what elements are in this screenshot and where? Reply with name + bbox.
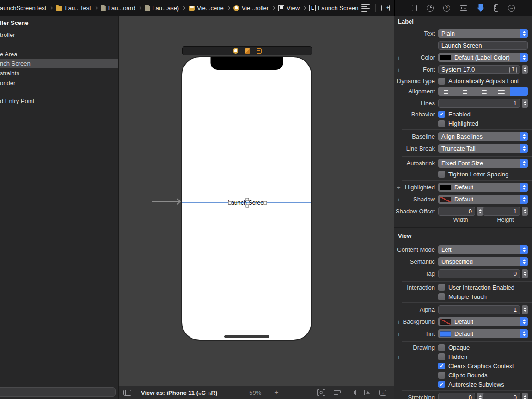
shadow-color-popup[interactable]: Default bbox=[438, 195, 528, 204]
breadcrumb-group[interactable]: Lau...Test bbox=[56, 5, 91, 12]
first-responder-icon[interactable] bbox=[245, 48, 250, 54]
history-inspector-icon[interactable] bbox=[427, 5, 434, 12]
lines-stepper[interactable] bbox=[522, 99, 528, 108]
add-variation-button[interactable]: + bbox=[397, 318, 401, 325]
breadcrumb-file[interactable]: Lau...oard bbox=[101, 5, 135, 12]
outline-item-scene[interactable]: ller Scene bbox=[0, 18, 28, 28]
outline-item-controller[interactable]: troller bbox=[0, 30, 15, 40]
outline-item-first-responder[interactable]: onder bbox=[0, 79, 15, 88]
view-controller-icon[interactable] bbox=[233, 48, 238, 54]
resolve-autolayout-icon[interactable] bbox=[364, 390, 371, 395]
add-variation-button[interactable]: + bbox=[397, 184, 401, 191]
outline-item-safe-area[interactable]: e Area bbox=[0, 50, 18, 59]
outline-item-entry-point[interactable]: d Entry Point bbox=[0, 97, 34, 106]
alpha-stepper[interactable] bbox=[522, 305, 528, 314]
autoresize-subviews-checkbox[interactable] bbox=[438, 381, 445, 388]
breadcrumb-scene[interactable]: Vie...cene bbox=[189, 5, 224, 12]
align-justify-button[interactable] bbox=[492, 87, 510, 96]
divider bbox=[402, 180, 532, 181]
zoom-in-button[interactable]: + bbox=[274, 388, 278, 397]
hidden-checkbox[interactable] bbox=[438, 353, 445, 360]
outline-item-launch-screen[interactable]: nch Screen bbox=[0, 59, 31, 68]
tag-field[interactable]: 0 bbox=[438, 269, 520, 278]
outline-item-constraints[interactable]: straints bbox=[0, 69, 19, 78]
storyboard-entry-point-arrow[interactable] bbox=[152, 201, 180, 202]
alpha-field[interactable]: 1 bbox=[438, 305, 520, 314]
font-field[interactable]: System 17.0T bbox=[438, 65, 520, 74]
quick-help-inspector-icon[interactable] bbox=[443, 5, 450, 12]
stretch-y-stepper[interactable] bbox=[522, 393, 528, 399]
auto-adjusts-font-checkbox[interactable] bbox=[438, 78, 445, 85]
add-variation-button[interactable]: + bbox=[397, 330, 401, 337]
multiple-touch-checkbox[interactable] bbox=[438, 293, 445, 300]
outline-filter-field[interactable] bbox=[0, 387, 116, 397]
add-variation-button[interactable]: + bbox=[397, 196, 401, 203]
user-interaction-checkbox[interactable] bbox=[438, 284, 445, 291]
content-mode-popup[interactable]: Left bbox=[438, 245, 528, 254]
autoshrink-popup[interactable]: Fixed Font Size bbox=[438, 159, 528, 168]
add-variation-button[interactable]: + bbox=[397, 66, 401, 73]
add-variation-button[interactable]: + bbox=[397, 54, 401, 61]
font-size-stepper[interactable] bbox=[522, 65, 528, 74]
linebreak-popup[interactable]: Truncate Tail bbox=[438, 144, 528, 153]
highlighted-checkbox[interactable] bbox=[438, 120, 445, 127]
clears-graphics-checkbox[interactable] bbox=[438, 363, 445, 369]
device-bar-toggle-icon[interactable] bbox=[123, 390, 131, 396]
font-picker-button[interactable]: T bbox=[509, 66, 517, 73]
document-items-icon[interactable] bbox=[361, 4, 370, 12]
width-stepper[interactable] bbox=[477, 207, 483, 216]
height-stepper[interactable] bbox=[522, 207, 528, 216]
view-as-button[interactable]: View as: iPhone 11 (wC hR) bbox=[141, 389, 217, 396]
align-left-button[interactable] bbox=[438, 87, 456, 96]
attributes-inspector-icon[interactable] bbox=[477, 4, 484, 12]
update-frames-icon[interactable] bbox=[317, 389, 325, 396]
zoom-out-button[interactable]: — bbox=[230, 389, 237, 396]
highlighted-color-popup[interactable]: Default bbox=[438, 183, 528, 192]
selection-handle-right[interactable] bbox=[264, 201, 267, 205]
exit-segue-icon[interactable] bbox=[257, 48, 262, 54]
stretch-x-stepper[interactable] bbox=[477, 393, 483, 399]
text-label: Text bbox=[394, 30, 435, 37]
background-popup[interactable]: Default bbox=[438, 317, 528, 326]
add-editor-icon[interactable] bbox=[381, 5, 390, 11]
add-constraints-icon[interactable] bbox=[349, 390, 356, 395]
shadow-offset-height-field[interactable]: -1 bbox=[483, 207, 520, 216]
size-inspector-icon[interactable] bbox=[494, 4, 498, 12]
semantic-popup[interactable]: Unspecified bbox=[438, 257, 528, 266]
zoom-level[interactable]: 59% bbox=[249, 389, 261, 396]
stretch-y-field[interactable]: 0 bbox=[483, 393, 520, 399]
align-natural-button[interactable] bbox=[510, 87, 528, 96]
file-inspector-icon[interactable] bbox=[412, 5, 417, 11]
align-icon[interactable] bbox=[334, 390, 341, 395]
enabled-checkbox[interactable] bbox=[438, 111, 445, 118]
shadow-offset-width-field[interactable]: 0 bbox=[438, 207, 475, 216]
selection-handle-bottom[interactable] bbox=[246, 205, 249, 208]
text-style-popup[interactable]: Plain bbox=[438, 29, 528, 38]
align-right-button[interactable] bbox=[474, 87, 492, 96]
label-text-input[interactable]: Launch Screen bbox=[438, 41, 528, 50]
selection-handle-top[interactable] bbox=[246, 198, 249, 201]
breadcrumb-view[interactable]: View bbox=[278, 5, 300, 12]
identity-inspector-icon[interactable] bbox=[460, 5, 467, 11]
lines-field[interactable]: 1 bbox=[438, 99, 520, 108]
opaque-checkbox[interactable] bbox=[438, 344, 445, 351]
baseline-popup[interactable]: Align Baselines bbox=[438, 132, 528, 141]
clip-to-bounds-checkbox[interactable] bbox=[438, 372, 445, 379]
breadcrumb-project[interactable]: aunchScreenTest bbox=[0, 5, 46, 12]
selection-handle-left[interactable] bbox=[228, 201, 232, 205]
breadcrumb-file-base[interactable]: Lau...ase) bbox=[145, 5, 179, 12]
divider bbox=[402, 129, 532, 130]
embed-icon[interactable] bbox=[379, 390, 386, 396]
color-popup[interactable]: Default (Label Color) bbox=[438, 53, 528, 62]
tag-stepper[interactable] bbox=[522, 269, 528, 278]
breadcrumb-launch-screen-label[interactable]: LLaunch Screen bbox=[309, 5, 358, 12]
stretch-x-field[interactable]: 0 bbox=[438, 393, 475, 399]
breadcrumb-view-controller[interactable]: Vie...roller bbox=[233, 5, 269, 12]
tint-popup[interactable]: Default bbox=[438, 329, 528, 338]
align-center-button[interactable] bbox=[456, 87, 474, 96]
add-variation-button[interactable]: + bbox=[397, 353, 401, 360]
iphone-canvas[interactable]: Launch Screen bbox=[181, 56, 312, 341]
tighten-letter-spacing-checkbox[interactable] bbox=[438, 171, 445, 178]
connections-inspector-icon[interactable] bbox=[508, 5, 515, 12]
storyboard-canvas[interactable]: Launch Screen View as: iPhone 11 (wC hR)… bbox=[119, 16, 394, 399]
